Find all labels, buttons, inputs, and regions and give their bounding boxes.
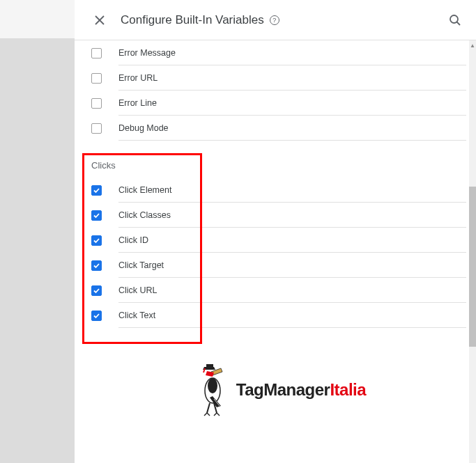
svg-point-5 [208, 378, 217, 393]
variable-row[interactable]: Click Element [91, 178, 466, 203]
variable-row[interactable]: Error URL [91, 65, 466, 91]
close-icon [95, 15, 105, 25]
checkbox-click-id[interactable] [91, 235, 102, 246]
variable-label: Click URL [118, 278, 466, 303]
variable-label: Debug Mode [118, 116, 466, 141]
checkbox-click-element[interactable] [91, 185, 102, 196]
checkbox-error-url[interactable] [91, 73, 102, 84]
variable-row[interactable]: Click Classes [91, 203, 466, 228]
svg-line-9 [207, 403, 210, 413]
variable-label: Error Message [118, 40, 466, 65]
svg-line-14 [217, 413, 220, 416]
variable-row[interactable]: Click URL [91, 278, 466, 303]
variable-label: Click ID [118, 228, 466, 253]
checkbox-click-classes[interactable] [91, 210, 102, 221]
background-left-top [0, 0, 75, 38]
logo-woodpecker [192, 363, 232, 417]
checkbox-debug-mode[interactable] [91, 123, 102, 134]
search-button[interactable] [447, 12, 463, 29]
config-panel: Configure Built-In Variables ? Error Mes… [75, 0, 476, 463]
logo-text-2: Italia [330, 380, 366, 399]
scrollbar-thumb[interactable] [469, 187, 476, 347]
svg-line-3 [457, 22, 461, 25]
svg-point-2 [450, 15, 458, 23]
close-button[interactable] [91, 12, 108, 29]
checkbox-error-line[interactable] [91, 98, 102, 109]
variable-label: Error Line [118, 91, 466, 116]
variable-row[interactable]: Click Text [91, 303, 466, 328]
svg-rect-8 [206, 364, 213, 368]
content-inner: Error Message Error URL Error Line Debug… [91, 40, 476, 417]
variable-row[interactable]: Click Target [91, 253, 466, 278]
variable-row[interactable]: Error Line [91, 91, 466, 116]
variable-label: Click Classes [118, 203, 466, 228]
svg-line-11 [204, 413, 207, 416]
panel-header: Configure Built-In Variables ? [75, 0, 476, 40]
search-icon [449, 14, 461, 26]
variable-row[interactable]: Error Message [91, 40, 466, 65]
help-icon[interactable]: ? [270, 15, 279, 25]
section-title-clicks: Clicks [91, 160, 466, 171]
svg-line-13 [214, 413, 217, 416]
svg-line-12 [207, 413, 210, 416]
scroll-arrow-up-icon[interactable]: ▲ [469, 40, 476, 50]
logo-text: TagManagerItalia [236, 380, 366, 400]
panel-title: Configure Built-In Variables ? [121, 13, 447, 27]
logo-text-1: TagManager [236, 380, 330, 399]
variable-label: Click Text [118, 303, 466, 328]
variable-label: Error URL [118, 65, 466, 91]
checkbox-error-message[interactable] [91, 48, 102, 58]
checkbox-click-url[interactable] [91, 285, 102, 296]
title-text: Configure Built-In Variables [121, 13, 264, 27]
panel-content: Error Message Error URL Error Line Debug… [75, 40, 476, 463]
variable-row[interactable]: Click ID [91, 228, 466, 253]
checkbox-click-text[interactable] [91, 311, 102, 321]
background-left [0, 0, 75, 463]
scrollbar-track[interactable]: ▲ [469, 40, 476, 463]
variable-label: Click Target [118, 253, 466, 278]
checkbox-click-target[interactable] [91, 260, 102, 271]
variable-row[interactable]: Debug Mode [91, 116, 466, 141]
logo-area: TagManagerItalia [91, 363, 466, 417]
variable-label: Click Element [118, 178, 466, 203]
